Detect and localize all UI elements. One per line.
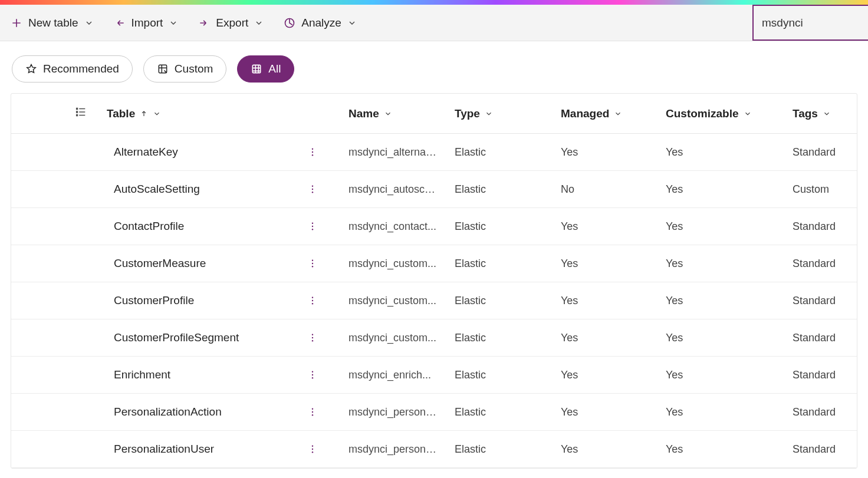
table-row[interactable]: Enrichmentmsdynci_enrich...ElasticYesYes… — [11, 357, 857, 394]
row-table-name: Enrichment — [100, 368, 170, 381]
more-vertical-icon — [307, 258, 318, 269]
svg-point-16 — [312, 300, 313, 301]
table-row[interactable]: CustomerMeasuremsdynci_custom...ElasticY… — [11, 245, 857, 282]
filter-all[interactable]: All — [237, 55, 294, 83]
row-menu-button[interactable] — [307, 147, 318, 157]
search-box[interactable] — [752, 5, 868, 41]
svg-point-5 — [312, 154, 313, 156]
column-header-type[interactable]: Type — [448, 94, 554, 134]
row-managed: Yes — [561, 406, 578, 418]
row-customizable: Yes — [666, 369, 683, 381]
chevron-down-icon — [169, 18, 178, 28]
row-customizable: Yes — [666, 295, 683, 306]
row-customizable: Yes — [666, 443, 683, 455]
column-header-table[interactable]: Table — [100, 94, 341, 134]
filter-all-label: All — [268, 62, 281, 75]
row-name: msdynci_custom... — [348, 295, 436, 307]
row-name: msdynci_custom... — [348, 258, 436, 270]
row-menu-button[interactable] — [307, 295, 318, 306]
row-customizable: Yes — [666, 146, 683, 158]
star-icon — [25, 63, 37, 75]
filter-recommended[interactable]: Recommended — [12, 55, 133, 83]
column-header-name-label: Name — [348, 107, 379, 120]
row-tags: Standard — [793, 146, 836, 158]
row-type: Elastic — [455, 220, 486, 232]
svg-point-22 — [312, 374, 313, 375]
row-menu-button[interactable] — [307, 184, 318, 195]
svg-point-11 — [312, 229, 313, 230]
row-menu-button[interactable] — [307, 332, 318, 343]
row-name: msdynci_contact... — [348, 220, 436, 233]
svg-point-17 — [312, 303, 313, 304]
svg-point-28 — [312, 449, 313, 450]
row-name: msdynci_enrich... — [348, 369, 431, 381]
svg-point-8 — [312, 192, 313, 193]
row-managed: No — [561, 183, 574, 195]
svg-point-10 — [312, 226, 313, 227]
row-type: Elastic — [455, 369, 486, 381]
row-managed: Yes — [561, 220, 578, 232]
row-table-name: CustomerProfile — [100, 294, 194, 307]
table-row[interactable]: PersonalizationActionmsdynci_persona...E… — [11, 394, 857, 431]
column-header-name[interactable]: Name — [341, 94, 448, 134]
row-managed: Yes — [561, 146, 578, 158]
row-menu-button[interactable] — [307, 221, 318, 232]
svg-point-20 — [312, 340, 313, 341]
row-tags: Custom — [793, 183, 829, 195]
row-menu-button[interactable] — [307, 444, 318, 454]
chevron-down-icon — [84, 18, 94, 28]
row-customizable: Yes — [666, 332, 683, 344]
column-header-managed[interactable]: Managed — [554, 94, 659, 134]
row-menu-button[interactable] — [307, 258, 318, 269]
table-row[interactable]: AlternateKeymsdynci_alternat...ElasticYe… — [11, 134, 857, 171]
sort-ascending-icon — [140, 110, 148, 118]
table-row[interactable]: PersonalizationUsermsdynci_persona...Ela… — [11, 431, 857, 468]
row-type: Elastic — [455, 146, 486, 158]
row-name: msdynci_persona... — [348, 443, 437, 456]
chevron-down-icon — [254, 18, 264, 28]
svg-point-15 — [312, 297, 313, 298]
row-menu-button[interactable] — [307, 407, 318, 417]
svg-point-3 — [312, 149, 313, 150]
chevron-down-icon — [485, 110, 493, 118]
command-bar: New table Import Export Analyze — [0, 5, 868, 41]
table-row[interactable]: CustomerProfilemsdynci_custom...ElasticY… — [11, 282, 857, 319]
export-button[interactable]: Export — [198, 17, 264, 29]
svg-point-6 — [312, 186, 313, 187]
svg-point-29 — [312, 451, 313, 453]
analyze-button[interactable]: Analyze — [284, 17, 357, 29]
row-table-name: PersonalizationUser — [100, 443, 214, 456]
numbered-list-icon — [18, 106, 87, 118]
row-menu-button[interactable] — [307, 370, 318, 380]
export-label: Export — [216, 17, 248, 29]
table-row[interactable]: ContactProfilemsdynci_contact...ElasticY… — [11, 208, 857, 245]
column-header-customizable[interactable]: Customizable — [659, 94, 785, 134]
column-header-type-label: Type — [455, 107, 480, 120]
svg-point-12 — [312, 260, 313, 261]
table-row[interactable]: CustomerProfileSegmentmsdynci_custom...E… — [11, 319, 857, 357]
custom-icon — [157, 63, 169, 75]
new-table-button[interactable]: New table — [11, 17, 94, 29]
row-customizable: Yes — [666, 406, 683, 418]
row-managed: Yes — [561, 295, 578, 306]
column-header-tags[interactable]: Tags — [785, 94, 857, 134]
svg-point-27 — [312, 446, 313, 447]
filter-custom[interactable]: Custom — [143, 55, 226, 83]
import-button[interactable]: Import — [114, 17, 179, 29]
chevron-down-icon — [823, 110, 831, 118]
filter-custom-label: Custom — [175, 62, 213, 75]
svg-point-13 — [312, 263, 313, 264]
row-table-name: PersonalizationAction — [100, 406, 222, 418]
row-name: msdynci_autosca... — [348, 183, 437, 196]
analyze-icon — [284, 17, 295, 29]
row-type: Elastic — [455, 258, 486, 269]
row-customizable: Yes — [666, 220, 683, 232]
column-header-table-label: Table — [107, 107, 135, 120]
grid-icon — [251, 63, 262, 75]
row-name: msdynci_persona... — [348, 406, 437, 418]
table-row[interactable]: AutoScaleSettingmsdynci_autosca...Elasti… — [11, 171, 857, 208]
column-selector[interactable] — [11, 94, 100, 134]
filter-row: Recommended Custom All — [0, 41, 868, 93]
row-tags: Standard — [793, 406, 836, 418]
search-input[interactable] — [754, 6, 868, 39]
